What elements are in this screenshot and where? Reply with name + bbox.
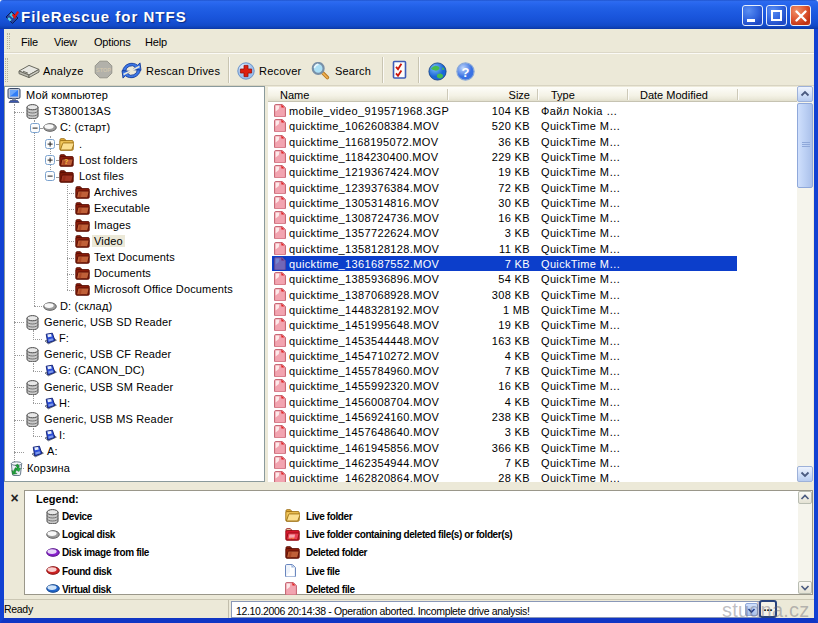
svg-text:STOP: STOP: [96, 67, 111, 73]
svg-text:?: ?: [462, 65, 470, 80]
svg-text:?: ?: [64, 158, 68, 165]
